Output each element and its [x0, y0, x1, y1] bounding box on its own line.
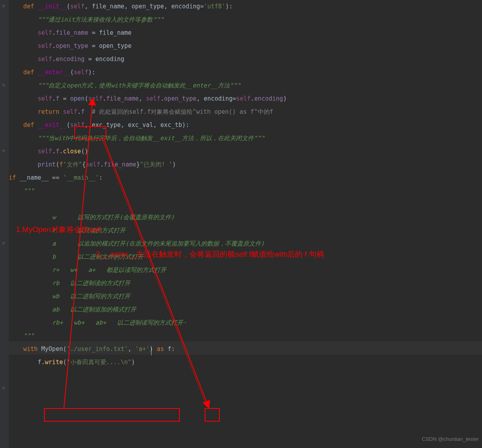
- token-op: ,: [121, 121, 128, 129]
- token-param: encoding: [204, 95, 233, 102]
- token-op: .: [103, 95, 106, 102]
- code-line[interactable]: self.f.close(): [9, 145, 287, 158]
- token-op: = file_name: [88, 29, 131, 36]
- fold-icon[interactable]: ⊟: [2, 386, 6, 390]
- token-self: self: [38, 42, 52, 50]
- token-op: (: [85, 95, 88, 102]
- token-op: .: [251, 95, 254, 102]
- code-line[interactable]: return self.f # 此处返回的self.f对象将会赋值给"with …: [9, 105, 287, 119]
- fold-icon[interactable]: ⊟: [2, 241, 6, 245]
- fold-icon[interactable]: ⊟: [2, 4, 6, 8]
- token-attr: encoding: [254, 95, 283, 102]
- token-func: close: [63, 148, 81, 155]
- token-doc: """自定义open方式，使用with关键字将会自动触发此__enter__方法…: [38, 82, 241, 89]
- token-op: {: [82, 161, 86, 168]
- token-self: self: [146, 95, 160, 102]
- token-op: ): [283, 95, 287, 102]
- token-str: "已关闭!: [140, 161, 169, 168]
- token-param: file_name: [92, 3, 124, 10]
- token-op: ,: [153, 121, 160, 129]
- token-doc: """: [23, 187, 34, 194]
- code-line[interactable]: [9, 198, 287, 211]
- token-kw: def: [23, 121, 38, 129]
- code-line[interactable]: """通过init方法来接收传入的文件等参数""": [9, 13, 287, 26]
- code-line[interactable]: r+ w+ a+ 都是以读写的方式打开: [9, 264, 287, 277]
- highlight-box-f: [205, 408, 220, 422]
- token-op: [85, 108, 92, 115]
- token-self: self: [63, 108, 77, 115]
- token-self: self: [88, 95, 103, 102]
- fold-icon[interactable]: ⊟: [2, 149, 6, 153]
- text-caret: [151, 344, 151, 357]
- code-line[interactable]: self.encoding = encoding: [9, 53, 287, 66]
- token-kw: return: [38, 108, 63, 115]
- code-line[interactable]: """: [9, 329, 287, 343]
- token-doc: """: [23, 332, 34, 339]
- token-doc: rb 以二进制读的方式打开: [52, 280, 130, 287]
- token-self: self: [74, 69, 88, 76]
- token-str: '__main__': [63, 174, 99, 181]
- token-magic: __enter__: [38, 69, 70, 76]
- token-op: ): [131, 359, 135, 366]
- code-line[interactable]: w 以写的方式打开(会覆盖原有的文件): [9, 211, 287, 224]
- token-op: ,: [124, 3, 131, 10]
- token-str: 'a+': [135, 345, 149, 353]
- token-op: (: [67, 3, 70, 10]
- highlight-box-return: [74, 126, 106, 139]
- code-line[interactable]: """当with中代码执行完毕后，会自动触发__exit__方法，所以，在此关闭…: [9, 132, 287, 145]
- token-op: (): [81, 148, 88, 155]
- token-attr: open_type: [56, 42, 88, 50]
- annotation-1: 1.MyOpen对象将会给self: [16, 223, 101, 236]
- code-line[interactable]: self.file_name = file_name: [9, 26, 287, 40]
- code-line[interactable]: """: [9, 184, 287, 198]
- watermark: CSDN @chuntian_tester: [422, 432, 479, 446]
- token-op: = open_type: [88, 42, 131, 50]
- highlight-box-myopen: [44, 408, 180, 422]
- code-line[interactable]: rb 以二进制读的方式打开: [9, 277, 287, 290]
- token-op: ):: [88, 69, 96, 76]
- token-op: ,: [128, 345, 135, 353]
- token-func: write: [45, 359, 63, 366]
- token-param: exc_tb: [160, 121, 182, 129]
- token-builtin: print: [38, 161, 56, 168]
- token-strE: f': [59, 161, 66, 168]
- token-doc: """当with中代码执行完毕后，会自动触发__exit__方法，所以，在此关闭…: [38, 135, 265, 142]
- code-line[interactable]: ab 以二进制追加的模式打开: [9, 303, 287, 316]
- token-builtin: open: [70, 95, 85, 102]
- code-line[interactable]: """自定义open方式，使用with关键字将会自动触发此__enter__方法…: [9, 79, 287, 92]
- code-line[interactable]: def __enter__(self):: [9, 66, 287, 79]
- code-line[interactable]: wb 以二进制写的方式打开: [9, 290, 287, 303]
- token-attr: open_type: [164, 95, 196, 102]
- token-strE: ': [169, 161, 172, 168]
- token-param: open_type: [131, 3, 164, 10]
- code-line[interactable]: f.write("小春田真可爱....\n"): [9, 356, 287, 369]
- token-op: __name__ ==: [20, 174, 63, 181]
- token-self: self: [236, 95, 251, 102]
- token-op: ,: [197, 95, 204, 102]
- token-attr: file_name: [56, 29, 88, 36]
- token-op: ): [172, 161, 176, 168]
- code-line[interactable]: rb+ wb+ ab+ 以二进制读写的方式打开·: [9, 316, 287, 329]
- code-line[interactable]: self.open_type = open_type: [9, 40, 287, 53]
- token-op: }: [136, 161, 140, 168]
- code-line[interactable]: def __init__(self, file_name, open_type,…: [9, 0, 287, 13]
- token-attr: f: [81, 108, 85, 115]
- token-op: (: [70, 69, 74, 76]
- code-line[interactable]: def __exit__(self, exc_type, exc_val, ex…: [9, 119, 287, 132]
- token-kw: if: [9, 174, 20, 181]
- token-op: MyOpen(: [41, 345, 66, 353]
- code-line[interactable]: if __name__ == '__main__':: [9, 171, 287, 184]
- code-editor[interactable]: def __init__(self, file_name, open_type,…: [9, 0, 287, 369]
- token-op: .: [100, 161, 104, 168]
- token-doc: r+ w+ a+ 都是以读写的方式打开: [52, 266, 166, 274]
- token-self: self: [86, 161, 100, 168]
- token-attr: file_name: [104, 161, 136, 168]
- fold-icon[interactable]: ⊟: [2, 83, 6, 87]
- token-self: self: [38, 95, 52, 102]
- token-str: 'utf8': [204, 3, 225, 10]
- editor-gutter: ⊟ ⊟ ⊟ ⊟ ⊟: [0, 0, 9, 448]
- code-line[interactable]: self.f = open(self.file_name, self.open_…: [9, 92, 287, 105]
- code-line[interactable]: with MyOpen('./user_info.txt', 'a+') as …: [9, 343, 287, 356]
- token-doc: wb 以二进制写的方式打开: [52, 293, 130, 300]
- code-line[interactable]: print(f'文件"{self.file_name}"已关闭! '): [9, 158, 287, 171]
